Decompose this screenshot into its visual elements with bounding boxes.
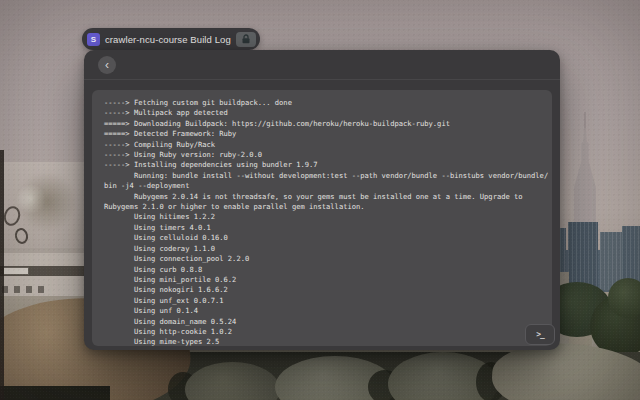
log-line: Using celluloid 0.16.0 <box>104 233 550 243</box>
desktop: S crawler-ncu-course Build Log ‹ -----> … <box>0 0 640 400</box>
log-line: Using unf 0.1.4 <box>104 306 550 316</box>
shadow-area <box>0 386 110 400</box>
log-line: Using coderay 1.1.0 <box>104 244 550 254</box>
log-line: Using connection_pool 2.2.0 <box>104 254 550 264</box>
building-sign <box>3 267 29 275</box>
log-line: Using curb 0.8.8 <box>104 265 550 275</box>
app-badge-title: crawler-ncu-course Build Log <box>105 34 231 45</box>
wall-vines <box>18 170 76 234</box>
log-line: Using mini_portile 0.6.2 <box>104 275 550 285</box>
log-line: =====> Downloading Buildpack: https://gi… <box>104 119 550 129</box>
app-icon: S <box>87 33 100 46</box>
log-line: Using timers 4.0.1 <box>104 223 550 233</box>
skyline-tower <box>568 222 598 290</box>
log-line: Rubygems 2.0.14 is not threadsafe, so yo… <box>104 192 550 202</box>
log-line: Using domain_name 0.5.24 <box>104 317 550 327</box>
log-line: Using http-cookie 1.0.2 <box>104 327 550 337</box>
photo-edge-shadow <box>0 150 4 400</box>
build-log-window: ‹ -----> Fetching custom git buildpack..… <box>84 50 560 350</box>
app-badge[interactable]: S crawler-ncu-course Build Log <box>82 28 260 50</box>
log-line: -----> Using Ruby version: ruby-2.0.0 <box>104 150 550 160</box>
build-log-panel[interactable]: -----> Fetching custom git buildpack... … <box>92 90 552 346</box>
window-header: ‹ <box>84 50 560 80</box>
lock-icon[interactable] <box>236 32 256 47</box>
terminal-button[interactable]: >_ <box>525 324 555 345</box>
log-line: =====> Detected Framework: Ruby <box>104 129 550 139</box>
vegetation <box>608 278 640 318</box>
log-line: -----> Multipack app detected <box>104 108 550 118</box>
lock-glyph <box>241 34 251 44</box>
log-line: Using nokogiri 1.6.6.2 <box>104 285 550 295</box>
log-line: Rubygems 2.1.0 or higher to enable paral… <box>104 202 550 212</box>
graffiti-mark <box>2 286 46 293</box>
log-line: -----> Compiling Ruby/Rack <box>104 140 550 150</box>
back-button[interactable]: ‹ <box>98 56 116 74</box>
log-line: bin -j4 --deployment <box>104 181 550 191</box>
log-line: -----> Fetching custom git buildpack... … <box>104 98 550 108</box>
skyscraper-silhouette <box>574 128 596 224</box>
terminal-prompt-icon: >_ <box>536 330 544 339</box>
log-line: Using unf_ext 0.0.7.1 <box>104 296 550 306</box>
log-line: Running: bundle install --without develo… <box>104 171 550 181</box>
log-line: Using mime-types 2.5 <box>104 337 550 346</box>
log-line: -----> Installing dependencies using bun… <box>104 160 550 170</box>
log-line: Using hitimes 1.2.2 <box>104 212 550 222</box>
